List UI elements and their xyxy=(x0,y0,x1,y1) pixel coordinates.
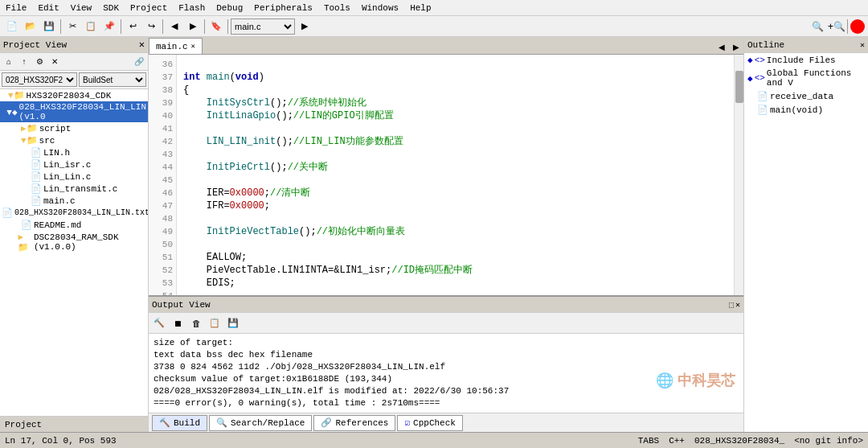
outline-global[interactable]: ◆ <> Global Functions and V xyxy=(744,67,868,89)
outline-expand-include: ◆ xyxy=(747,55,753,65)
tree-label-project: 028_HXS320F28034_LIN_LIN (v1.0 xyxy=(19,102,146,121)
outline-close-btn[interactable]: ✕ xyxy=(860,40,865,50)
statusbar-lang: C++ xyxy=(669,436,685,446)
tree-item-lintransmit[interactable]: 📄 Lin_transmit.c xyxy=(0,183,148,195)
menu-debug[interactable]: Debug xyxy=(211,3,248,13)
project-panel-close[interactable]: ✕ xyxy=(139,39,145,51)
editor-nav-prev[interactable]: ◀ xyxy=(714,39,729,54)
project-selector[interactable]: 028_HXS320F2 xyxy=(2,72,77,87)
output-build-btn[interactable]: 🔨 xyxy=(150,314,168,332)
copy-btn[interactable]: 📋 xyxy=(82,18,100,35)
zoom-in-btn[interactable]: +🔍 xyxy=(827,18,845,35)
tree-item-linh[interactable]: 📄 LIN.h xyxy=(0,146,148,158)
toolbar-sep xyxy=(60,19,61,34)
output-header: Output View ⬚ ✕ xyxy=(149,297,743,313)
nav-go-btn[interactable]: ▶ xyxy=(296,18,313,35)
tree-item-cdk[interactable]: ▼📁 HXS320F28034_CDK xyxy=(0,89,148,101)
menu-help[interactable]: Help xyxy=(404,3,436,13)
tab-close-btn[interactable]: ✕ xyxy=(191,42,195,51)
tree-item-linlin[interactable]: 📄 Lin_Lin.c xyxy=(0,171,148,183)
menu-project[interactable]: Project xyxy=(125,3,173,13)
code-content[interactable]: int main(void) { InitSysCtrl();//系统时钟初始化… xyxy=(177,55,734,295)
tree-item-readme[interactable]: 📄 README.md xyxy=(0,219,148,231)
tree-item-txt[interactable]: 📄 028_HXS320F28034_LIN_LIN.txt xyxy=(0,207,148,219)
outline-main[interactable]: 📄 main(void) xyxy=(744,103,868,117)
outline-tree: ◆ <> Include Files ◆ <> Global Functions… xyxy=(744,53,868,432)
tree-item-dsc[interactable]: ▶📁 DSC28034_RAM_SDK (v1.0.0) xyxy=(0,231,148,253)
editor-panel: main.c ✕ ◀ ▶ 3637383940 4142434445 46474… xyxy=(149,37,743,295)
search-toolbar-btn[interactable]: 🔍 xyxy=(809,18,826,35)
cut-btn[interactable]: ✂ xyxy=(63,18,81,35)
paste-btn[interactable]: 📌 xyxy=(100,18,118,35)
menu-peripherals[interactable]: Peripherals xyxy=(248,3,318,13)
output-close-btn[interactable]: ✕ xyxy=(735,300,740,310)
tab-build[interactable]: 🔨 Build xyxy=(152,415,207,431)
statusbar-project: 028_HXS320F28034_ xyxy=(694,436,784,446)
tree-label-readme: README.md xyxy=(34,220,81,230)
save-btn[interactable]: 💾 xyxy=(40,18,58,35)
folder-icon-src: ▼📁 xyxy=(21,135,38,146)
record-btn[interactable] xyxy=(850,19,865,34)
output-clear-btn[interactable]: 🗑 xyxy=(187,314,205,332)
proj-close-btn[interactable]: ✕ xyxy=(47,55,62,69)
tab-searchreplace[interactable]: 🔍 Search/Replace xyxy=(209,415,312,431)
scroll-thumb[interactable] xyxy=(735,71,743,103)
menu-flash[interactable]: Flash xyxy=(173,3,211,13)
tree-item-mainc[interactable]: 📄 main.c xyxy=(0,195,148,207)
tree-label-txt: 028_HXS320F28034_LIN_LIN.txt xyxy=(14,208,148,217)
buildset-selector[interactable]: BuildSet xyxy=(79,72,146,87)
output-save-btn[interactable]: 💾 xyxy=(224,314,242,332)
menu-tools[interactable]: Tools xyxy=(318,3,356,13)
file-icon-lintransmit: 📄 xyxy=(31,183,42,194)
menu-windows[interactable]: Windows xyxy=(356,3,404,13)
bookmark-btn[interactable]: 🔖 xyxy=(207,18,225,35)
outline-receive-data[interactable]: 📄 receive_data xyxy=(744,89,868,103)
bottom-tabs-bar: 🔨 Build 🔍 Search/Replace 🔗 References ☑ … xyxy=(149,413,743,432)
editor-scrollbar[interactable] xyxy=(734,55,743,295)
outline-include[interactable]: ◆ <> Include Files xyxy=(744,53,868,67)
line-numbers: 3637383940 4142434445 4647484950 5152535… xyxy=(149,55,177,295)
outline-receive-label: receive_data xyxy=(770,92,833,101)
tree-item-src[interactable]: ▼📁 src xyxy=(0,134,148,146)
toolbar-sep6 xyxy=(847,19,848,34)
output-line-1: size of target: xyxy=(154,337,739,349)
tree-item-script[interactable]: ▶📁 script xyxy=(0,122,148,134)
proj-home-btn[interactable]: ⌂ xyxy=(2,55,16,69)
outline-title: Outline xyxy=(747,40,784,50)
tree-label-cdk: HXS320F28034_CDK xyxy=(27,91,112,101)
tab-cppcheck[interactable]: ☑ CppCheck xyxy=(397,415,462,431)
editor-tab-mainc[interactable]: main.c ✕ xyxy=(149,38,203,54)
tab-references[interactable]: 🔗 References xyxy=(313,415,395,431)
proj-link-btn[interactable]: 🔗 xyxy=(132,55,146,69)
output-copy-btn[interactable]: 📋 xyxy=(206,314,223,332)
menu-view[interactable]: View xyxy=(65,3,97,13)
redo-btn[interactable]: ↪ xyxy=(142,18,160,35)
outline-header: Outline ✕ xyxy=(744,37,868,53)
project-tree: ▼📁 HXS320F28034_CDK ▼◆ 028_HXS320F28034_… xyxy=(0,89,148,416)
statusbar-tabs: TABS xyxy=(638,436,659,446)
output-float-btn[interactable]: ⬚ xyxy=(729,300,734,310)
tree-item-linisr[interactable]: 📄 Lin_isr.c xyxy=(0,158,148,171)
statusbar-git: <no git info> xyxy=(794,436,863,446)
proj-settings-btn[interactable]: ⚙ xyxy=(32,55,47,69)
proj-up-btn[interactable]: ↑ xyxy=(17,55,31,69)
menubar: File Edit View SDK Project Flash Debug P… xyxy=(0,0,868,16)
new-btn[interactable]: 📄 xyxy=(3,18,21,35)
code-editor[interactable]: 3637383940 4142434445 4647484950 5152535… xyxy=(149,55,743,295)
fwd-btn[interactable]: ▶ xyxy=(184,18,202,35)
output-stop-btn[interactable]: ⏹ xyxy=(169,314,186,332)
tree-label-linh: LIN.h xyxy=(43,148,70,158)
project-panel-title: Project View xyxy=(3,40,67,50)
file-dropdown[interactable]: main.c xyxy=(231,18,295,35)
open-btn[interactable]: 📂 xyxy=(22,18,39,35)
menu-edit[interactable]: Edit xyxy=(32,3,64,13)
file-icon-linisr: 📄 xyxy=(31,159,42,170)
file-icon-txt: 📄 xyxy=(2,208,13,218)
back-btn[interactable]: ◀ xyxy=(166,18,183,35)
editor-nav-next[interactable]: ▶ xyxy=(729,39,743,54)
output-line-6: ====0 error(s), 0 warning(s), total time… xyxy=(154,397,739,409)
tree-item-project[interactable]: ▼◆ 028_HXS320F28034_LIN_LIN (v1.0 xyxy=(0,101,148,122)
menu-sdk[interactable]: SDK xyxy=(97,3,125,13)
menu-file[interactable]: File xyxy=(0,3,32,13)
undo-btn[interactable]: ↩ xyxy=(124,18,141,35)
